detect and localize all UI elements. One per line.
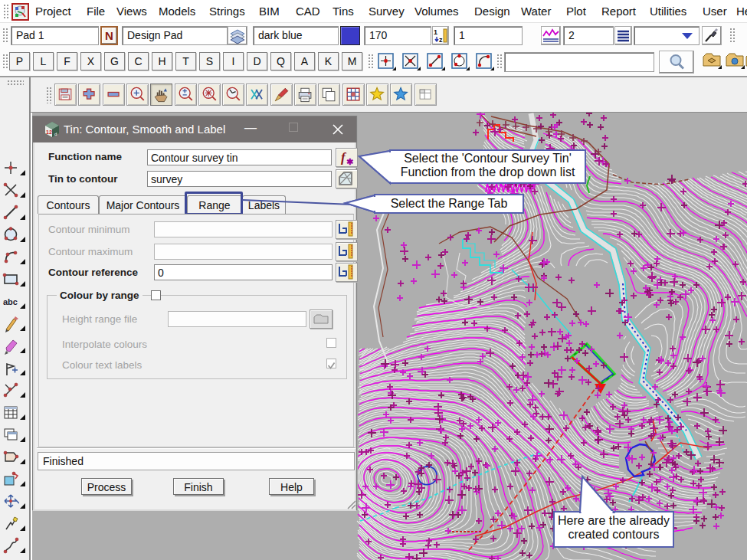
svg-text:1: 1 [434, 28, 437, 36]
svg-text:✱: ✱ [346, 157, 353, 166]
svg-text:d: d [54, 132, 57, 136]
svg-text:12: 12 [46, 129, 52, 135]
svg-text:abc: abc [3, 297, 18, 306]
svg-text:z: z [439, 36, 443, 44]
